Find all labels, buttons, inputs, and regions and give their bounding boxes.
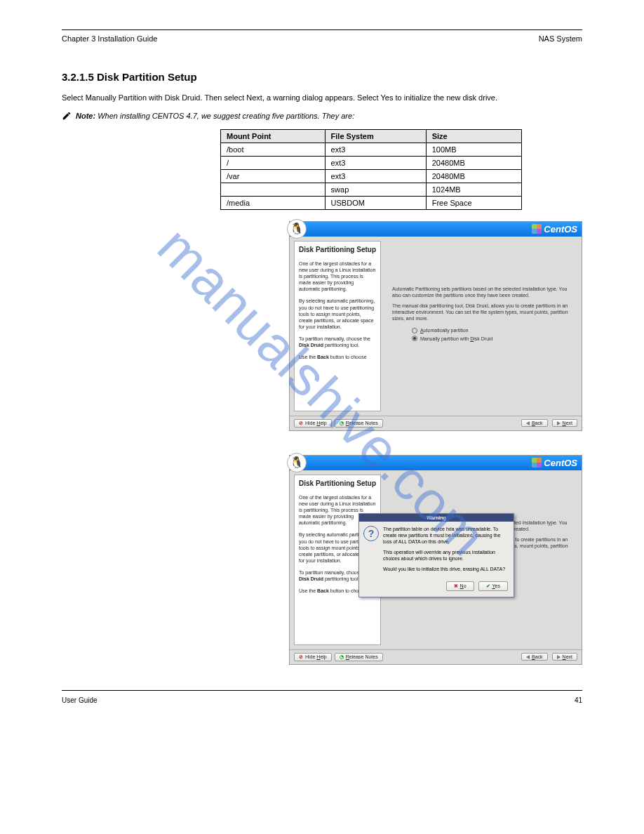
header-left: Chapter 3 Installation Guide (62, 34, 157, 43)
main-p1: Automatic Partitioning sets partitions b… (392, 286, 575, 298)
radio-unchecked-icon[interactable] (412, 328, 417, 333)
notes-icon: ◔ (340, 421, 344, 426)
table-row: /bootext3100MB (221, 143, 522, 156)
warning-dialog: Warning ? The partition table on device … (358, 513, 514, 597)
chevron-left-icon (526, 655, 530, 659)
radio-manual-row[interactable]: Manually partition with Disk Druid (412, 336, 575, 342)
titlebar: CentOS (290, 222, 582, 237)
back-button[interactable]: Back (521, 653, 548, 661)
table-row: swap1024MB (221, 183, 522, 196)
table-row: /mediaUSBDOMFree Space (221, 196, 522, 209)
main-p2: The manual disk partitioning tool, Disk … (392, 303, 575, 322)
radio-manual-label: Manually partition with Disk Druid (420, 336, 493, 342)
next-button[interactable]: Next (552, 419, 577, 427)
titlebar: CentOS (290, 456, 582, 470)
header-right: NAS System (539, 34, 582, 43)
table-row: /varext320480MB (221, 169, 522, 183)
tux-icon: 🐧 (287, 453, 307, 472)
no-button[interactable]: ✖No (446, 581, 474, 591)
dialog-p3: Would you like to initialize this drive,… (383, 566, 509, 572)
radio-auto-row[interactable]: Automatically partition (412, 327, 575, 333)
check-icon: ✔ (486, 583, 490, 589)
release-notes-button[interactable]: ◔Release Notes (335, 653, 383, 661)
centos-logo-icon (532, 458, 542, 468)
radio-auto-label: Automatically partition (420, 327, 468, 333)
back-button[interactable]: Back (521, 419, 548, 427)
help-title: Disk Partitioning Setup (299, 479, 376, 487)
close-icon: ⊘ (299, 421, 303, 426)
close-icon: ⊘ (299, 654, 303, 660)
chevron-left-icon (526, 421, 530, 425)
intro-paragraph: Select Manually Partition with Disk Drui… (62, 93, 582, 104)
yes-button[interactable]: ✔Yes (478, 581, 508, 591)
radio-checked-icon[interactable] (412, 336, 417, 341)
notes-icon: ◔ (340, 654, 344, 660)
rule-top (62, 29, 582, 30)
installer-screenshot-1: 🐧 CentOS Disk Partitioning Setup One of … (289, 221, 582, 431)
table-row: /ext320480MB (221, 156, 522, 169)
installer-screenshot-2: 🐧 CentOS Disk Partitioning Setup One of … (289, 455, 582, 665)
main-pane: Automatic Partitioning sets partitions b… (385, 237, 582, 416)
centos-logo-icon (532, 224, 542, 234)
tux-icon: 🐧 (287, 219, 307, 239)
page-number: 41 (575, 696, 582, 704)
brand-label: CentOS (544, 224, 577, 234)
release-notes-button[interactable]: ◔Release Notes (335, 419, 383, 428)
partition-table: Mount Point File System Size /bootext310… (220, 129, 522, 210)
footer-left: User Guide (62, 696, 98, 704)
th-fs: File System (325, 129, 426, 143)
chevron-right-icon (557, 655, 561, 659)
section-title: 3.2.1.5 Disk Partition Setup (62, 71, 582, 83)
th-mount: Mount Point (221, 129, 326, 143)
help-p3: To partition manually, choose the Disk D… (299, 336, 376, 348)
pencil-icon (62, 111, 72, 122)
th-size: Size (426, 129, 521, 143)
rule-bottom (62, 690, 582, 691)
dialog-title: Warning (359, 514, 514, 522)
next-button[interactable]: Next (552, 653, 577, 661)
help-title: Disk Partitioning Setup (299, 246, 376, 253)
help-pane: Disk Partitioning Setup One of the large… (294, 241, 381, 411)
chevron-right-icon (557, 421, 561, 425)
brand-label: CentOS (544, 458, 577, 468)
help-p2: By selecting automatic partitioning, you… (299, 298, 376, 329)
x-icon: ✖ (454, 583, 458, 589)
question-icon: ? (363, 526, 379, 541)
hide-help-button[interactable]: ⊘Hide Help (294, 653, 332, 661)
hide-help-button[interactable]: ⊘Hide Help (294, 419, 332, 428)
help-p1: One of the largest obstacles for a new u… (299, 260, 376, 292)
dialog-p2: This operation will override any previou… (383, 549, 509, 562)
table-header-row: Mount Point File System Size (221, 129, 522, 143)
help-p4: Use the Back button to choose (299, 354, 376, 360)
dialog-p1: The partition table on device hda was un… (383, 526, 509, 545)
note-text: Note: When installing CENTOS 4.7, we sug… (76, 111, 354, 122)
